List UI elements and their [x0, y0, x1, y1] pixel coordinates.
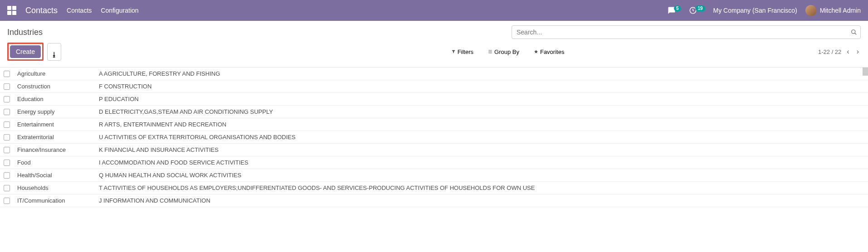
import-button[interactable]: ⭳ — [47, 43, 61, 61]
app-title[interactable]: Contacts — [25, 6, 58, 15]
nav-configuration[interactable]: Configuration — [101, 7, 138, 14]
industry-name: Households — [14, 182, 95, 194]
industry-full-name: P EDUCATION — [95, 93, 868, 106]
filters-button[interactable]: Filters — [448, 47, 477, 57]
row-checkbox[interactable] — [4, 147, 10, 153]
table-row[interactable]: Construction F CONSTRUCTION — [0, 80, 868, 93]
download-icon — [51, 46, 57, 51]
industry-full-name: U ACTIVITIES OF EXTRA TERRITORIAL ORGANI… — [95, 131, 868, 144]
industry-name: Food — [14, 156, 95, 169]
search-icon[interactable] — [851, 29, 857, 35]
svg-point-1 — [852, 30, 855, 34]
apps-icon[interactable] — [7, 6, 16, 15]
table-row[interactable]: Education P EDUCATION — [0, 93, 868, 106]
industries-table: Agriculture A AGRICULTURE, FORESTRY AND … — [0, 68, 868, 207]
row-checkbox[interactable] — [4, 83, 10, 90]
industry-name: Construction — [14, 80, 95, 93]
filter-icon — [451, 49, 456, 54]
svg-line-2 — [855, 33, 857, 35]
messages-badge: 5 — [674, 5, 681, 11]
groupby-button[interactable]: Group By — [484, 47, 523, 57]
company-selector[interactable]: My Company (San Francisco) — [713, 7, 797, 14]
row-checkbox[interactable] — [4, 121, 10, 128]
table-row[interactable]: Extraterritorial U ACTIVITIES OF EXTRA T… — [0, 131, 868, 144]
table-row[interactable]: Entertainment R ARTS, ENTERTAINMENT AND … — [0, 118, 868, 131]
avatar — [805, 5, 816, 16]
row-checkbox[interactable] — [4, 134, 10, 141]
pager-range: 1-22 / 22 — [818, 48, 841, 55]
favorites-button[interactable]: Favorites — [530, 47, 568, 57]
industry-full-name: D ELECTRICITY,GAS,STEAM AND AIR CONDITIO… — [95, 106, 868, 118]
table-row[interactable]: Finance/Insurance K FINANCIAL AND INSURA… — [0, 144, 868, 156]
industry-name: Entertainment — [14, 118, 95, 131]
pager-next[interactable]: › — [855, 46, 861, 58]
industry-full-name: K FINANCIAL AND INSURANCE ACTIVITIES — [95, 144, 868, 156]
industry-name: Education — [14, 93, 95, 106]
industry-full-name: F CONSTRUCTION — [95, 80, 868, 93]
list-view: Agriculture A AGRICULTURE, FORESTRY AND … — [0, 67, 868, 207]
search-box — [512, 25, 861, 39]
table-row[interactable]: Health/Social Q HUMAN HEALTH AND SOCIAL … — [0, 169, 868, 182]
industry-full-name: Q HUMAN HEALTH AND SOCIAL WORK ACTIVITIE… — [95, 169, 868, 182]
activities-badge: 19 — [695, 5, 705, 11]
breadcrumb: Industries — [7, 28, 43, 37]
row-checkbox[interactable] — [4, 185, 10, 191]
create-highlight: Create — [7, 43, 44, 61]
industry-name: Energy supply — [14, 106, 95, 118]
industry-full-name: T ACTIVITIES OF HOUSEHOLDS AS EMPLOYERS;… — [95, 182, 868, 194]
row-checkbox[interactable] — [4, 172, 10, 179]
industry-full-name: J INFORMATION AND COMMUNICATION — [95, 194, 868, 207]
nav-contacts[interactable]: Contacts — [67, 7, 92, 14]
user-name: Mitchell Admin — [820, 7, 861, 14]
industry-name: IT/Communication — [14, 194, 95, 207]
industry-full-name: A AGRICULTURE, FORESTRY AND FISHING — [95, 68, 868, 80]
row-checkbox[interactable] — [4, 109, 10, 115]
pager-prev[interactable]: ‹ — [845, 46, 851, 58]
search-input[interactable] — [512, 25, 861, 39]
messages-icon[interactable]: 5 — [668, 6, 681, 15]
control-panel: Industries Create ⭳ Filters — [0, 21, 868, 65]
industry-name: Finance/Insurance — [14, 144, 95, 156]
industry-name: Health/Social — [14, 169, 95, 182]
list-icon — [488, 49, 493, 54]
industry-name: Agriculture — [14, 68, 95, 80]
navbar: Contacts Contacts Configuration 5 19 My … — [0, 0, 868, 21]
industry-full-name: I ACCOMMODATION AND FOOD SERVICE ACTIVIT… — [95, 156, 868, 169]
row-checkbox[interactable] — [4, 198, 10, 204]
row-checkbox[interactable] — [4, 96, 10, 102]
row-checkbox[interactable] — [4, 71, 10, 77]
create-button[interactable]: Create — [10, 45, 41, 58]
scroll-indicator[interactable] — [863, 68, 868, 76]
table-row[interactable]: Households T ACTIVITIES OF HOUSEHOLDS AS… — [0, 182, 868, 194]
table-row[interactable]: Agriculture A AGRICULTURE, FORESTRY AND … — [0, 68, 868, 80]
table-row[interactable]: Food I ACCOMMODATION AND FOOD SERVICE AC… — [0, 156, 868, 169]
table-row[interactable]: IT/Communication J INFORMATION AND COMMU… — [0, 194, 868, 207]
row-checkbox[interactable] — [4, 160, 10, 166]
star-icon — [534, 49, 538, 54]
table-row[interactable]: Energy supply D ELECTRICITY,GAS,STEAM AN… — [0, 106, 868, 118]
industry-name: Extraterritorial — [14, 131, 95, 144]
activities-icon[interactable]: 19 — [689, 6, 705, 15]
industry-full-name: R ARTS, ENTERTAINMENT AND RECREATION — [95, 118, 868, 131]
user-menu[interactable]: Mitchell Admin — [805, 5, 861, 16]
